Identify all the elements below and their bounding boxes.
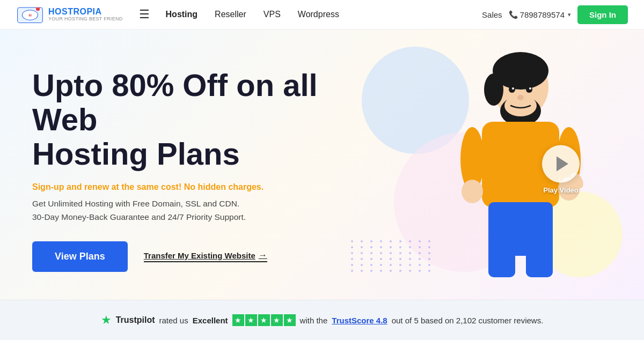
- rated-text: rated us: [159, 316, 188, 325]
- logo-tagline: YOUR HOSTING BEST FRIEND: [48, 17, 123, 22]
- sales-label: Sales: [482, 10, 502, 19]
- logo-text: HOSTROPIA: [48, 7, 123, 17]
- nav-links: Hosting Reseller VPS Wordpress: [166, 10, 482, 19]
- svg-point-11: [512, 87, 514, 90]
- hero-illustration: // will be rendered inline below: [351, 36, 612, 293]
- hero-content: Upto 80% Off on all Web Hosting Plans Si…: [32, 57, 351, 272]
- svg-point-6: [484, 73, 503, 106]
- trust-out-of-text: out of 5 based on 2,102 customer reviews…: [392, 316, 544, 325]
- svg-point-10: [526, 86, 532, 93]
- transfer-arrow-icon: →: [259, 250, 267, 260]
- hero-title: Upto 80% Off on all Web Hosting Plans: [32, 68, 330, 171]
- logo-icon: H: [16, 4, 44, 25]
- svg-point-3: [36, 7, 40, 11]
- trust-star-4: ★: [271, 314, 283, 326]
- svg-point-12: [529, 87, 531, 90]
- trustpilot-bar: ★ Trustpilot rated us Excellent ★ ★ ★ ★ …: [0, 300, 644, 340]
- nav-reseller[interactable]: Reseller: [215, 10, 246, 19]
- trustpilot-brand: Trustpilot: [116, 315, 155, 325]
- decorative-dots: [351, 240, 434, 272]
- play-circle: [542, 145, 580, 183]
- hero-description: Get Unlimited Hosting with Free Domain, …: [32, 197, 330, 224]
- nav-wordpress[interactable]: Wordpress: [298, 10, 339, 19]
- svg-point-13: [517, 95, 524, 100]
- svg-point-9: [509, 86, 515, 93]
- with-text: with the: [300, 316, 328, 325]
- svg-rect-22: [526, 234, 553, 277]
- play-video-button[interactable]: Play Video: [542, 145, 580, 194]
- nav-vps[interactable]: VPS: [264, 10, 281, 19]
- hero-section: Upto 80% Off on all Web Hosting Plans Si…: [0, 29, 644, 300]
- trust-excellent-label: Excellent: [193, 316, 228, 325]
- trust-star-1: ★: [232, 314, 244, 326]
- hero-subtitle: Sign-up and renew at the same cost! No h…: [32, 182, 330, 192]
- phone-dropdown-arrow[interactable]: ▾: [568, 11, 571, 18]
- trust-star-boxes: ★ ★ ★ ★ ★: [232, 314, 296, 326]
- trustpilot-star-icon: ★: [101, 313, 112, 327]
- hamburger-menu[interactable]: ☰: [139, 8, 150, 21]
- navbar: H HOSTROPIA YOUR HOSTING BEST FRIEND ☰ H…: [0, 0, 644, 29]
- signin-button[interactable]: Sign In: [577, 5, 628, 24]
- trust-star-2: ★: [245, 314, 257, 326]
- logo[interactable]: H HOSTROPIA YOUR HOSTING BEST FRIEND: [16, 4, 123, 25]
- nav-hosting[interactable]: Hosting: [166, 10, 198, 19]
- trust-score-link[interactable]: TrustScore 4.8: [332, 316, 387, 325]
- hero-actions: View Plans Transfer My Existing Website …: [32, 241, 330, 272]
- play-triangle-icon: [557, 157, 568, 172]
- transfer-link[interactable]: Transfer My Existing Website →: [144, 250, 267, 262]
- view-plans-button[interactable]: View Plans: [32, 241, 128, 272]
- phone-icon: 📞: [509, 10, 518, 19]
- nav-right: Sales 📞 7898789574 ▾ Sign In: [482, 5, 628, 24]
- transfer-link-text: Transfer My Existing Website: [144, 251, 255, 260]
- trust-star-3: ★: [258, 314, 270, 326]
- trust-star-5: ★: [284, 314, 296, 326]
- phone-number: 7898789574: [520, 10, 565, 19]
- svg-point-17: [462, 180, 483, 203]
- svg-rect-21: [488, 234, 515, 277]
- phone-area[interactable]: 📞 7898789574 ▾: [509, 10, 571, 19]
- play-video-label: Play Video: [543, 186, 579, 194]
- svg-text:H: H: [28, 13, 31, 18]
